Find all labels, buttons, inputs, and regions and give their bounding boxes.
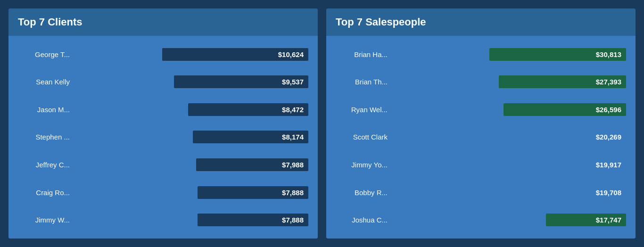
value-bar: $19,917: [537, 158, 626, 171]
bar-container: $8,472: [74, 103, 308, 116]
value-bar: $27,393: [499, 75, 626, 88]
dashboard: Top 7 Clients George T...$10,624Sean Kel…: [0, 0, 644, 247]
bar-container: $19,917: [392, 158, 626, 171]
table-row: Brian Th...$27,393: [336, 74, 626, 90]
client-name: Jeffrey C...: [18, 161, 70, 169]
sales-panel-title: Top 7 Salespeople: [326, 8, 636, 36]
clients-panel-title: Top 7 Clients: [8, 8, 318, 36]
salesperson-name: Brian Th...: [336, 78, 388, 86]
bar-container: $26,596: [392, 103, 626, 116]
value-bar: $7,888: [198, 214, 308, 226]
table-row: Jeffrey C...$7,988: [18, 156, 308, 173]
bar-container: $30,813: [392, 48, 626, 61]
salesperson-name: Bobby R...: [336, 189, 388, 197]
bar-container: $19,708: [392, 186, 626, 199]
bar-container: $8,174: [74, 131, 308, 143]
table-row: Jimmy Yo...$19,917: [336, 156, 626, 173]
salesperson-name: Jimmy Yo...: [336, 161, 388, 169]
table-row: Sean Kelly$9,537: [18, 74, 308, 90]
table-row: Jimmy W...$7,888: [18, 212, 308, 228]
sales-panel-body: Brian Ha...$30,813Brian Th...$27,393Ryan…: [326, 36, 636, 239]
clients-panel: Top 7 Clients George T...$10,624Sean Kel…: [8, 8, 318, 239]
clients-panel-body: George T...$10,624Sean Kelly$9,537Jason …: [8, 36, 318, 239]
bar-container: $17,747: [392, 214, 626, 226]
sales-panel: Top 7 Salespeople Brian Ha...$30,813Bria…: [326, 8, 636, 239]
table-row: Ryan Wel...$26,596: [336, 101, 626, 118]
value-bar: $30,813: [489, 48, 626, 61]
table-row: Craig Ro...$7,888: [18, 184, 308, 201]
client-name: Craig Ro...: [18, 189, 70, 197]
table-row: Jason M...$8,472: [18, 101, 308, 118]
table-row: Bobby R...$19,708: [336, 184, 626, 201]
table-row: Stephen ...$8,174: [18, 129, 308, 145]
salesperson-name: Joshua C...: [336, 216, 388, 224]
bar-container: $20,269: [392, 131, 626, 143]
bar-container: $7,888: [74, 186, 308, 199]
value-bar: $9,537: [174, 75, 308, 88]
value-bar: $8,174: [193, 131, 308, 143]
value-bar: $7,888: [198, 186, 308, 199]
table-row: George T...$10,624: [18, 46, 308, 63]
value-bar: $7,988: [196, 158, 308, 171]
client-name: Stephen ...: [18, 133, 70, 141]
value-bar: $8,472: [188, 103, 308, 116]
value-bar: $20,269: [534, 131, 626, 143]
client-name: George T...: [18, 50, 70, 58]
bar-container: $27,393: [392, 75, 626, 88]
table-row: Brian Ha...$30,813: [336, 46, 626, 63]
salesperson-name: Scott Clark: [336, 133, 388, 141]
value-bar: $17,747: [546, 214, 626, 226]
bar-container: $7,988: [74, 158, 308, 171]
bar-container: $7,888: [74, 214, 308, 226]
client-name: Jimmy W...: [18, 216, 70, 224]
table-row: Joshua C...$17,747: [336, 212, 626, 228]
client-name: Sean Kelly: [18, 78, 70, 86]
value-bar: $19,708: [537, 186, 626, 199]
table-row: Scott Clark$20,269: [336, 129, 626, 145]
salesperson-name: Ryan Wel...: [336, 106, 388, 114]
bar-container: $10,624: [74, 48, 308, 61]
value-bar: $26,596: [504, 103, 626, 116]
client-name: Jason M...: [18, 106, 70, 114]
bar-container: $9,537: [74, 75, 308, 88]
salesperson-name: Brian Ha...: [336, 50, 388, 58]
value-bar: $10,624: [162, 48, 308, 61]
